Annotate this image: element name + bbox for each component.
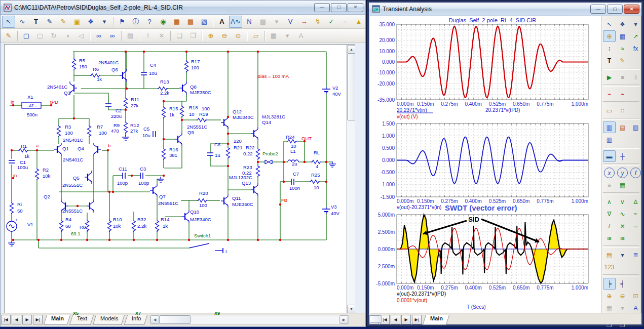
text-tool[interactable]: T <box>29 16 43 28</box>
tab-info[interactable]: Info <box>124 315 147 325</box>
prev-page-button[interactable]: ◀ <box>12 315 21 324</box>
stop-button[interactable]: ■ <box>616 71 629 83</box>
waveform-select[interactable]: ▦ <box>616 30 629 42</box>
zoom-out-button[interactable]: ⊖ <box>616 290 629 302</box>
plot-area[interactable]: Duglas_Self_2-pole_RL-4_SID.CIR35.00020.… <box>370 16 602 314</box>
shapes-dropdown[interactable]: ▾ <box>98 16 111 28</box>
attributes-dialog[interactable]: ✎ <box>2 30 15 42</box>
font-button[interactable]: A <box>294 30 308 42</box>
zoom-100-button[interactable]: ⊡ <box>629 290 642 302</box>
maximize-button[interactable]: ▢ <box>331 3 347 12</box>
crosshair-button[interactable]: ┼ <box>616 150 629 162</box>
flip-y-button[interactable]: ◁ <box>74 30 88 42</box>
rotate-button[interactable]: ↻ <box>47 30 60 42</box>
show-wave-attr[interactable]: A∿ <box>229 16 242 28</box>
period-button[interactable]: ≈ <box>629 208 642 220</box>
show-attribute-text[interactable]: A <box>215 16 229 28</box>
select-region[interactable]: ▢ <box>20 30 33 42</box>
panel-one-button[interactable]: ▥ <box>629 121 642 133</box>
show-power[interactable]: ↯ <box>311 16 324 28</box>
schematic-vscrollbar[interactable]: ▲ ▼ <box>346 45 355 314</box>
minimize-button[interactable]: — <box>590 5 606 14</box>
shapes-tool[interactable]: ❖ <box>84 16 97 28</box>
tab-main[interactable]: Main <box>44 315 71 325</box>
annotation-tool[interactable]: ✎ <box>57 16 70 28</box>
scale-mode[interactable]: ↕ <box>603 43 616 54</box>
slope-button[interactable]: / <box>603 220 616 232</box>
close-button[interactable]: ✕ <box>348 3 363 12</box>
numeric-output-button[interactable]: 123 <box>603 261 616 273</box>
fx-range-button[interactable]: f <box>630 168 641 178</box>
x-range-button[interactable]: x <box>604 168 615 178</box>
clipboard-button[interactable]: ▤ <box>603 249 616 261</box>
minimize-button[interactable]: — <box>314 3 330 12</box>
cursor-right-button[interactable]: ╡ <box>616 278 629 290</box>
flag-tool[interactable]: ⚑ <box>116 16 129 28</box>
select-tool[interactable]: ↖ <box>2 16 15 28</box>
analysis-titlebar[interactable]: Transient Analysis — ▢ ✕ <box>369 3 641 16</box>
find-next-button[interactable]: ∞ <box>106 30 119 42</box>
prev-page-button[interactable]: ◀ <box>391 315 400 324</box>
send-back-button[interactable]: ❐ <box>186 30 200 42</box>
bring-front-button[interactable]: ❏ <box>173 30 186 42</box>
search-button[interactable]: ≡ <box>603 179 616 191</box>
zero-cross-button[interactable]: ✕ <box>616 220 629 232</box>
wire-mode[interactable]: ∿ <box>16 16 29 28</box>
report-button[interactable]: ≣ <box>629 249 642 261</box>
show-node-voltages[interactable]: V <box>284 16 297 28</box>
delete-curve-button[interactable]: ⌁ <box>616 88 629 100</box>
copy-dropdown[interactable]: ▾ <box>270 16 283 28</box>
vscroll-thumb[interactable] <box>347 54 355 120</box>
panel-stack-button[interactable]: ▤ <box>616 121 629 133</box>
run-button[interactable]: ▶ <box>603 71 616 83</box>
hscroll-right-button[interactable]: ▶ <box>339 315 348 324</box>
tab-models[interactable]: Models <box>93 315 125 325</box>
scroll-down-button[interactable]: ▼ <box>347 305 355 313</box>
graphics-tool[interactable]: ✎ <box>43 16 56 28</box>
next-page-button[interactable]: ▶ <box>22 315 32 324</box>
clip-region[interactable]: ▢ <box>33 30 47 42</box>
data-points-button[interactable]: ∷ <box>616 105 629 116</box>
top-button[interactable]: ∆ <box>629 196 642 208</box>
tab-main[interactable]: Main <box>423 315 450 325</box>
fx-mode[interactable]: fx <box>629 43 642 54</box>
properties-button[interactable]: ✎ <box>616 55 629 66</box>
last-page-button[interactable]: ▶| <box>33 315 43 324</box>
find-button[interactable]: ∞ <box>92 30 105 42</box>
pan-mode[interactable]: ≈ <box>616 43 629 54</box>
analysis-limits-button[interactable]: ▤ <box>184 16 197 28</box>
component-bus-tool[interactable]: ▣ <box>70 16 84 28</box>
single-plot-button[interactable]: ▬ <box>603 150 616 162</box>
close-button[interactable]: ✕ <box>624 5 639 14</box>
wave-button[interactable]: ∿ <box>616 208 629 220</box>
next-page-button[interactable]: ▶ <box>401 315 411 324</box>
zoom-in-button[interactable]: ⊕ <box>204 30 217 42</box>
envelope-down-button[interactable]: ≋ <box>616 232 629 244</box>
maximize-button[interactable]: ▢ <box>607 5 623 14</box>
curvature-button[interactable]: ⌣ <box>629 220 642 232</box>
mode-tool[interactable]: ❖ <box>616 18 629 30</box>
schematic-canvas[interactable]: +→ΔT→IR51502N5401CR6Q61kC410uR171002N540… <box>4 44 355 314</box>
copy-picture[interactable]: ▩ <box>256 16 270 28</box>
thumbnail-button[interactable]: ▦ <box>603 302 616 314</box>
show-node-numbers[interactable]: N <box>243 16 256 28</box>
cursor-tool[interactable]: ↖ <box>603 18 616 30</box>
tabbar-scroll-thumb[interactable] <box>369 315 382 323</box>
zoom-out-button[interactable]: ⊖ <box>218 30 231 42</box>
page-button[interactable]: ▱ <box>249 30 262 42</box>
font-button[interactable]: A <box>629 302 642 314</box>
mode-grid-button[interactable]: ▦ <box>267 30 280 42</box>
pause-button[interactable]: ‖ <box>629 71 642 83</box>
hscroll-left-button[interactable]: ◀ <box>150 315 159 324</box>
scroll-up-button[interactable]: ▲ <box>347 45 355 54</box>
zoom-100-button[interactable]: ⊙ <box>232 30 245 42</box>
show-conditions[interactable]: ✓ <box>325 16 338 28</box>
mode-dropdown[interactable]: ▾ <box>629 18 642 30</box>
web-link-button[interactable]: ◉ <box>157 16 170 28</box>
last-page-button[interactable]: ▶| <box>412 315 422 324</box>
select-frame-button[interactable]: ▭ <box>603 105 616 116</box>
first-page-button[interactable]: |◀ <box>1 315 11 324</box>
show-pin-connections[interactable]: ∙∙ <box>338 16 352 28</box>
info-circle-button[interactable]: ! <box>141 30 155 42</box>
panel-all-button[interactable]: ▥ <box>603 121 616 133</box>
